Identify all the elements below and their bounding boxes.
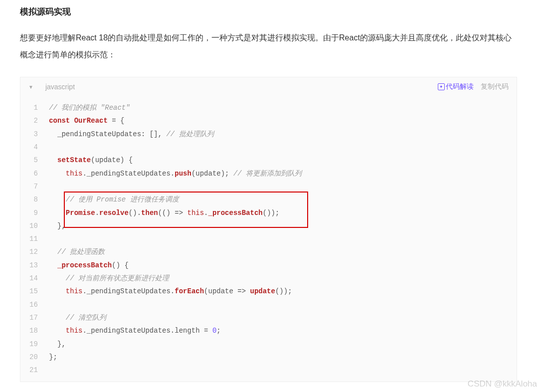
explain-code-button[interactable]: ✦ 代码解读 (438, 82, 474, 91)
section-title: 模拟源码实现 (20, 6, 517, 17)
line-number: 8 (29, 193, 38, 206)
code-line: // 批处理函数 (45, 245, 517, 258)
code-line: setState(update) { (45, 154, 517, 167)
code-block: ▼ javascript ✦ 代码解读 复制代码 123456789101112… (20, 77, 517, 382)
line-number: 20 (29, 351, 38, 364)
line-number: 3 (29, 128, 38, 141)
line-number: 6 (29, 167, 38, 180)
code-line (45, 298, 517, 311)
line-number: 1 (29, 101, 38, 114)
line-numbers: 123456789101112131415161718192021 (20, 101, 45, 377)
code-line: _pendingStateUpdates: [], // 批处理队列 (45, 128, 517, 141)
code-line: _processBatch() { (45, 259, 517, 272)
code-line: // 对当前所有状态更新进行处理 (45, 272, 517, 285)
line-number: 5 (29, 154, 38, 167)
code-content[interactable]: // 我们的模拟 "React" const OurReact = { _pen… (45, 101, 517, 377)
line-number: 13 (29, 259, 38, 272)
line-number: 4 (29, 141, 38, 154)
line-number: 21 (29, 364, 38, 377)
line-number: 9 (29, 206, 38, 219)
line-number: 18 (29, 324, 38, 337)
code-line: }; (45, 351, 517, 364)
line-number: 2 (29, 114, 38, 127)
code-line (45, 141, 517, 154)
explain-label: 代码解读 (446, 82, 474, 91)
code-line (45, 232, 517, 245)
line-number: 11 (29, 232, 38, 245)
code-line: }, (45, 219, 517, 232)
line-number: 16 (29, 298, 38, 311)
code-header-actions: ✦ 代码解读 复制代码 (438, 82, 509, 91)
collapse-icon[interactable]: ▼ (28, 84, 33, 90)
ai-icon: ✦ (438, 83, 445, 90)
article: 模拟源码实现 想要更好地理解React 18的自动批处理是如何工作的，一种方式是… (0, 6, 537, 382)
line-number: 7 (29, 180, 38, 193)
code-line: this._pendingStateUpdates.length = 0; (45, 324, 517, 337)
code-line: }, (45, 338, 517, 351)
code-line: // 我们的模拟 "React" (45, 101, 517, 114)
code-line: this._pendingStateUpdates.forEach(update… (45, 285, 517, 298)
line-number: 12 (29, 245, 38, 258)
code-line: // 清空队列 (45, 311, 517, 324)
line-number: 10 (29, 219, 38, 232)
code-line (45, 180, 517, 193)
intro-paragraph: 想要更好地理解React 18的自动批处理是如何工作的，一种方式是对其进行模拟实… (20, 29, 517, 63)
code-header: ▼ javascript ✦ 代码解读 复制代码 (20, 77, 517, 96)
code-body: 123456789101112131415161718192021 // 我们的… (20, 96, 517, 382)
code-line (45, 364, 517, 377)
line-number: 17 (29, 311, 38, 324)
code-line: // 使用 Promise 进行微任务调度 (45, 193, 517, 206)
line-number: 14 (29, 272, 38, 285)
line-number: 15 (29, 285, 38, 298)
code-line: Promise.resolve().then(() => this._proce… (45, 206, 517, 219)
code-line: this._pendingStateUpdates.push(update); … (45, 167, 517, 180)
code-line: const OurReact = { (45, 114, 517, 127)
copy-code-button[interactable]: 复制代码 (481, 82, 509, 91)
language-label: javascript (45, 83, 75, 91)
line-number: 19 (29, 338, 38, 351)
